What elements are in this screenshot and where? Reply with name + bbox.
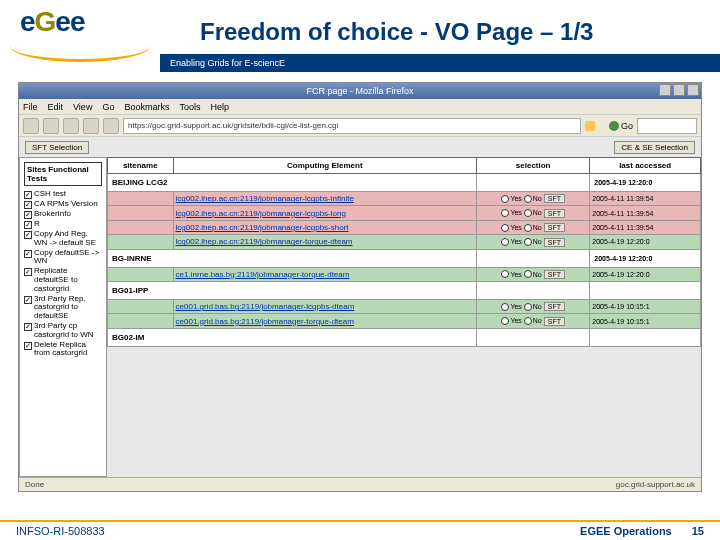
sft-button[interactable]: SFT — [544, 317, 565, 326]
radio-yes[interactable] — [501, 303, 509, 311]
ce-se-selection-button[interactable]: CE & SE Selection — [614, 141, 695, 154]
search-input[interactable] — [637, 118, 697, 134]
maximize-icon[interactable] — [673, 84, 685, 96]
checkbox-icon[interactable] — [24, 201, 32, 209]
radio-no[interactable] — [524, 195, 532, 203]
test-item: Replicate defaultSE to castorgrid — [24, 267, 102, 293]
checkbox-icon[interactable] — [24, 211, 32, 219]
browser-titlebar: FCR page - Mozilla Firefox — [19, 83, 701, 99]
radio-no[interactable] — [524, 317, 532, 325]
site-row: BG02-IM — [108, 328, 701, 346]
ce-link[interactable]: ce001.grid.bas.bg:2119/jobmanager-lcgpbs… — [176, 302, 355, 311]
sft-button[interactable]: SFT — [544, 209, 565, 218]
radio-yes[interactable] — [501, 317, 509, 325]
sft-button[interactable]: SFT — [544, 302, 565, 311]
site-row: BG-INRNE2005-4-19 12:20:0 — [108, 249, 701, 267]
radio-yes[interactable] — [501, 195, 509, 203]
slide-footer: INFSO-RI-508833 EGEE Operations 15 — [0, 520, 720, 540]
browser-window: FCR page - Mozilla Firefox File Edit Vie… — [18, 82, 702, 492]
col-selection: selection — [477, 158, 590, 174]
checkbox-icon[interactable] — [24, 296, 32, 304]
selection-cell: YesNoSFT — [477, 220, 590, 234]
selection-cell: YesNoSFT — [477, 299, 590, 313]
checkbox-icon[interactable] — [24, 250, 32, 258]
radio-yes[interactable] — [501, 238, 509, 246]
selection-cell: YesNoSFT — [477, 267, 590, 281]
stop-icon[interactable] — [83, 118, 99, 134]
test-item: R — [24, 220, 102, 229]
date-cell: 2005-4-11 11:39:54 — [590, 206, 701, 220]
radio-no[interactable] — [524, 303, 532, 311]
checkbox-icon[interactable] — [24, 191, 32, 199]
radio-yes[interactable] — [501, 209, 509, 217]
ce-link[interactable]: lcg002.ihep.ac.cn:2119/jobmanager-torque… — [176, 237, 353, 246]
site-name: BG01-IPP — [108, 281, 477, 299]
reload-icon[interactable] — [63, 118, 79, 134]
checkbox-icon[interactable] — [24, 231, 32, 239]
menu-file[interactable]: File — [23, 102, 38, 112]
radio-no[interactable] — [524, 238, 532, 246]
go-button[interactable]: Go — [609, 121, 633, 131]
menu-edit[interactable]: Edit — [48, 102, 64, 112]
menu-help[interactable]: Help — [210, 102, 229, 112]
sft-button[interactable]: SFT — [544, 223, 565, 232]
col-ce: Computing Element — [173, 158, 477, 174]
menu-go[interactable]: Go — [102, 102, 114, 112]
slide-header: eGee Freedom of choice - VO Page – 1/3 E… — [0, 0, 720, 72]
date-cell — [590, 328, 701, 346]
test-label: Copy defaultSE -> WN — [34, 249, 102, 267]
checkbox-icon[interactable] — [24, 221, 32, 229]
test-item: Copy defaultSE -> WN — [24, 249, 102, 267]
selection-cell: YesNoSFT — [477, 314, 590, 328]
date-cell — [590, 281, 701, 299]
date-cell: 2005-4-19 10:15:1 — [590, 314, 701, 328]
slide-title: Freedom of choice - VO Page – 1/3 — [200, 18, 593, 46]
radio-no[interactable] — [524, 270, 532, 278]
selection-cell: YesNoSFT — [477, 192, 590, 206]
test-item: BrokerInfo — [24, 210, 102, 219]
ce-row: ce001.grid.bas.bg:2119/jobmanager-torque… — [108, 314, 701, 328]
checkbox-icon[interactable] — [24, 323, 32, 331]
forward-icon[interactable] — [43, 118, 59, 134]
close-icon[interactable] — [687, 84, 699, 96]
selection-cell: YesNoSFT — [477, 206, 590, 220]
ce-link[interactable]: lcg002.ihep.ac.cn:2119/jobmanager-lcgpbs… — [176, 209, 346, 218]
menu-bookmarks[interactable]: Bookmarks — [124, 102, 169, 112]
minimize-icon[interactable] — [659, 84, 671, 96]
ce-link[interactable]: ce001.grid.bas.bg:2119/jobmanager-torque… — [176, 317, 354, 326]
checkbox-icon[interactable] — [24, 268, 32, 276]
checkbox-icon[interactable] — [24, 342, 32, 350]
date-cell: 2005-4-19 12:20:0 — [590, 235, 701, 249]
home-icon[interactable] — [103, 118, 119, 134]
radio-no[interactable] — [524, 224, 532, 232]
slide-tagline: Enabling Grids for E-sciencE — [160, 54, 720, 72]
tests-sidebar: Sites Functional Tests CSH testCA RPMs V… — [19, 157, 107, 477]
footer-ref: INFSO-RI-508833 — [16, 525, 105, 537]
ce-link[interactable]: lcg002.ihep.ac.cn:2119/jobmanager-lcgpbs… — [176, 223, 349, 232]
status-right: goc.grid-support.ac.uk — [616, 480, 695, 489]
sft-button[interactable]: SFT — [544, 270, 565, 279]
ce-link[interactable]: ce1.inrne.bas.bg:2119/jobmanager-torque-… — [176, 270, 350, 279]
back-icon[interactable] — [23, 118, 39, 134]
test-label: CSH test — [34, 190, 66, 199]
browser-menubar: File Edit View Go Bookmarks Tools Help — [19, 99, 701, 115]
radio-no[interactable] — [524, 209, 532, 217]
menu-tools[interactable]: Tools — [179, 102, 200, 112]
sidebar-title: Sites Functional Tests — [24, 162, 102, 186]
go-label: Go — [621, 121, 633, 131]
sft-selection-button[interactable]: SFT Selection — [25, 141, 89, 154]
radio-yes[interactable] — [501, 224, 509, 232]
browser-toolbar: Go — [19, 115, 701, 137]
date-cell: 2005-4-19 12:20:0 — [590, 249, 701, 267]
ce-link[interactable]: lcg002.ihep.ac.cn:2119/jobmanager-lcgpbs… — [176, 194, 354, 203]
sft-button[interactable]: SFT — [544, 194, 565, 203]
go-arrow-icon — [609, 121, 619, 131]
date-cell: 2005-4-19 10:15:1 — [590, 299, 701, 313]
radio-yes[interactable] — [501, 270, 509, 278]
url-input[interactable] — [123, 118, 581, 134]
test-label: R — [34, 220, 40, 229]
sft-button[interactable]: SFT — [544, 238, 565, 247]
date-cell: 2005-4-11 11:39:54 — [590, 192, 701, 206]
date-cell: 2005-4-19 12:20:0 — [590, 174, 701, 192]
menu-view[interactable]: View — [73, 102, 92, 112]
